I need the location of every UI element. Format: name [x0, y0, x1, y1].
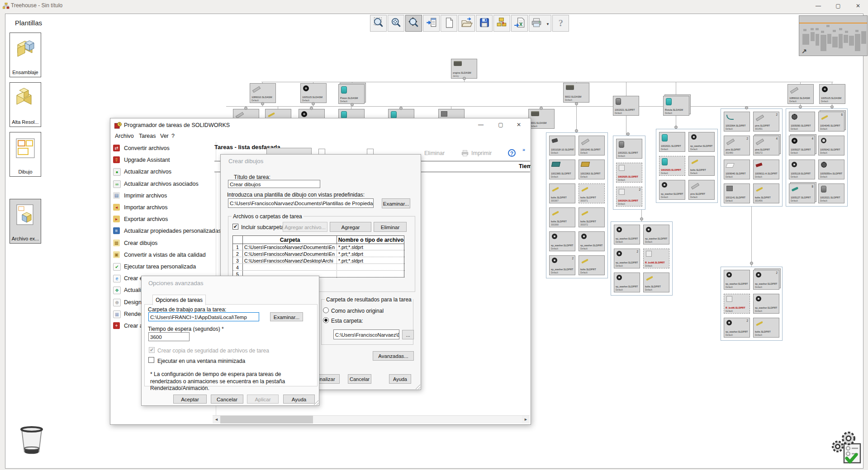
cancelar-button[interactable]: Cancelar: [348, 374, 371, 384]
tree-node[interactable]: 1005042.SLDPRTDefault: [818, 136, 844, 155]
tree-node[interactable]: 1002021.SLDPRTDefault: [613, 96, 639, 116]
task-type-crear-dibujos[interactable]: ▦Crear dibujos: [112, 238, 216, 249]
tree-node[interactable]: bolts.SLDPRT300371: [579, 183, 605, 203]
row-folder[interactable]: C:\Users\FranciscoNarvaez\Documents\En: [244, 251, 336, 257]
task-type-imprimir-archivos[interactable]: ▤Imprimir archivos: [112, 191, 216, 202]
tree-node[interactable]: 1002064.SLDPRTDefault: [724, 112, 750, 132]
row-filetype[interactable]: *.prt;*.sldprt: [338, 258, 404, 263]
template-item-alta-resol-[interactable]: Alta Resol...: [9, 82, 41, 127]
menu-ver[interactable]: Ver: [160, 133, 169, 139]
task-type-actualizar-archivos[interactable]: ●Actualizar archivos: [112, 167, 216, 178]
tree-node[interactable]: 1005055m.SLDPRTDefault: [818, 160, 844, 179]
tree-node[interactable]: 1086010.SLDASMDefault: [250, 83, 276, 103]
scheduler-maximize[interactable]: ▢: [491, 119, 511, 131]
tree-node[interactable]: 2pins.SLDPRT301491: [753, 112, 779, 132]
row-folder[interactable]: C:\Users\FranciscoNarvaez\Documents\En: [244, 244, 336, 250]
task-type-upgrade-assistant[interactable]: ⇧Upgrade Assistant: [112, 155, 216, 166]
tree-node[interactable]: sp_washer.SLDPRTDefault: [659, 180, 685, 200]
scheduler-minimize[interactable]: —: [471, 119, 491, 131]
como-archivo-original-radio[interactable]: [323, 307, 329, 313]
tree-node[interactable]: bolts.SLDPRTDefault: [688, 156, 715, 176]
tree-node[interactable]: 1001018-10.SLDPRTDefault: [549, 136, 575, 155]
print-button[interactable]: ▼: [529, 15, 551, 32]
column-tiempo-necesario[interactable]: Tiempo necesario: [499, 163, 531, 169]
tree-node[interactable]: bolts.SLDPRT300367: [549, 183, 575, 203]
tree-node[interactable]: sp_washer.SLDPRTDefault: [549, 231, 575, 251]
tree-node[interactable]: bolts.SLDPRT300368: [549, 207, 575, 227]
tree-node[interactable]: bolts.SLDPRTDefault: [753, 318, 779, 338]
tree-node[interactable]: sp_washer.SLDPRTDefault: [614, 225, 640, 244]
export-treehouse-button[interactable]: [493, 15, 510, 32]
agregar-carpeta-button[interactable]: Agregar carpeta...: [330, 222, 371, 232]
menu-help[interactable]: ?: [171, 133, 175, 139]
maximize-button[interactable]: ▢: [828, 0, 848, 12]
minimap-expand-arrow[interactable]: ↗: [802, 47, 807, 55]
copia-seguridad-checkbox[interactable]: ✔: [149, 347, 155, 353]
insert-into-list-button[interactable]: [423, 15, 440, 32]
tree-node[interactable]: 1005115.SLDASMDefault: [300, 83, 327, 103]
table-row[interactable]: [233, 264, 405, 271]
row-filetype[interactable]: *.prt;*.sldprt: [338, 251, 404, 257]
col-header-carpeta[interactable]: Carpeta: [243, 237, 337, 243]
aplicar-button[interactable]: Aplicar: [247, 395, 279, 404]
tree-node[interactable]: 1001141.SLDPRTDefault: [724, 183, 750, 203]
export-excel-button[interactable]: X: [511, 15, 528, 32]
save-button[interactable]: [476, 15, 493, 32]
tree-node[interactable]: sp_washer.SLDPRTDefault: [724, 270, 750, 290]
tree-node[interactable]: 1002363.SLDPRTDefault: [579, 160, 605, 179]
tree-node[interactable]: sp_washer.SLDPRTDefault: [753, 294, 779, 314]
tree-node[interactable]: 41005027.SLDPRTDefault: [789, 136, 815, 155]
avanzadas-button[interactable]: Avanzadas...: [373, 351, 414, 361]
template-item-dibujo[interactable]: Dibujo: [9, 132, 41, 177]
tree-node[interactable]: 2sp_washer.SLDPRTDefault: [724, 318, 750, 338]
col-header-nombre[interactable]: Nombre o tipo de archivo: [337, 237, 405, 243]
task-type-importar-archivos[interactable]: ◂Importar archivos: [112, 202, 216, 213]
tree-node[interactable]: 1005119.SLDPRTDefault: [789, 160, 815, 179]
esta-carpeta-radio[interactable]: [323, 317, 329, 323]
tree-node[interactable]: Rotula.SLDASMDefault: [663, 96, 689, 116]
tree-node[interactable]: 1005090.SLDPRTDefault: [789, 112, 815, 132]
ayuda-adv-button[interactable]: Ayuda: [283, 395, 315, 404]
template-item-archivo-ex-[interactable]: Archivo ex...: [9, 199, 41, 244]
eliminar-task-button[interactable]: Eliminar: [424, 150, 445, 156]
scheduler-close[interactable]: ✕: [509, 119, 529, 131]
tree-node[interactable]: 9001.SLDASMDefault: [528, 109, 555, 129]
open-file-button[interactable]: [458, 15, 475, 32]
examinar-trabajo-button[interactable]: Examinar...: [270, 312, 303, 321]
zoom-selection-button[interactable]: [370, 15, 387, 32]
agregar-archivo-button[interactable]: Agregar archivo...: [283, 222, 327, 232]
tree-node[interactable]: pins.SLDPRTDefault: [688, 180, 715, 200]
task-type-actualizar-propiedades-personalizadas[interactable]: ≡Actualizar propiedades personalizadas: [112, 226, 216, 237]
tree-node[interactable]: 1002025.SLDPRTDefault: [616, 163, 642, 183]
tree-node[interactable]: 1002023.SLDPRTDefault: [659, 156, 685, 176]
tree-node[interactable]: 2pins.SLDPRT301480: [724, 136, 750, 155]
row-filetype[interactable]: *.prt;*.sldprt: [338, 244, 404, 250]
tree-node[interactable]: Piston.SLDASMDefault: [338, 84, 365, 104]
carpeta-resultado-input[interactable]: C:\Users\FranciscoNarvaez\D: [333, 329, 399, 339]
imprimir-task-button[interactable]: Imprimir: [471, 150, 492, 156]
new-document-button[interactable]: [441, 15, 457, 32]
tree-node[interactable]: 1002021.SLDPRTDefault: [616, 139, 642, 159]
tree-node[interactable]: 1009040.SLDPRTDefault: [724, 160, 750, 179]
archivos-table[interactable]: CarpetaNombre o tipo de archivo1C:\Users…: [232, 235, 404, 277]
tree-node[interactable]: 4pins.SLDPRT306172: [753, 136, 779, 155]
menu-tareas[interactable]: Tareas: [139, 133, 156, 139]
task-type-convertir-archivos[interactable]: ⇄Convertir archivos: [112, 143, 216, 154]
tree-node[interactable]: bolts.SLDPRTDefault: [579, 255, 605, 275]
tree-node[interactable]: 1002021.SLDPRTDefault: [818, 183, 844, 203]
tree-node[interactable]: 2sp_washer.SLDPRTDefault: [614, 249, 640, 268]
aceptar-button[interactable]: Aceptar: [173, 395, 207, 404]
tree-node[interactable]: 1005115.SLDASMDefault: [819, 84, 845, 104]
tree-node[interactable]: R_bolt6.SLDPRTDefault: [724, 294, 750, 314]
tree-node[interactable]: bolts.SLDPRT301456: [753, 183, 779, 203]
tree-node[interactable]: sp_washer.SLDPRTDefault: [643, 225, 669, 244]
tree-node[interactable]: bolts.SLDPRT300372: [579, 207, 605, 227]
tree-node[interactable]: 1009011-A.SLDPRTDefault: [753, 160, 779, 179]
toolbar-overflow-chevron[interactable]: »: [522, 147, 525, 152]
tree-node[interactable]: 1002365.SLDPRTDefault: [549, 160, 575, 179]
tree-node[interactable]: 2sp_washer.SLDPRTDefault: [753, 270, 779, 290]
eliminar-fila-button[interactable]: Eliminar: [374, 222, 407, 232]
tree-node[interactable]: sp_washer.SLDPRTDefault: [614, 273, 640, 292]
task-type-actualizar-archivos-asociados[interactable]: ∞Actualizar archivos asociados: [112, 179, 216, 190]
cancelar-adv-button[interactable]: Cancelar: [211, 395, 243, 404]
